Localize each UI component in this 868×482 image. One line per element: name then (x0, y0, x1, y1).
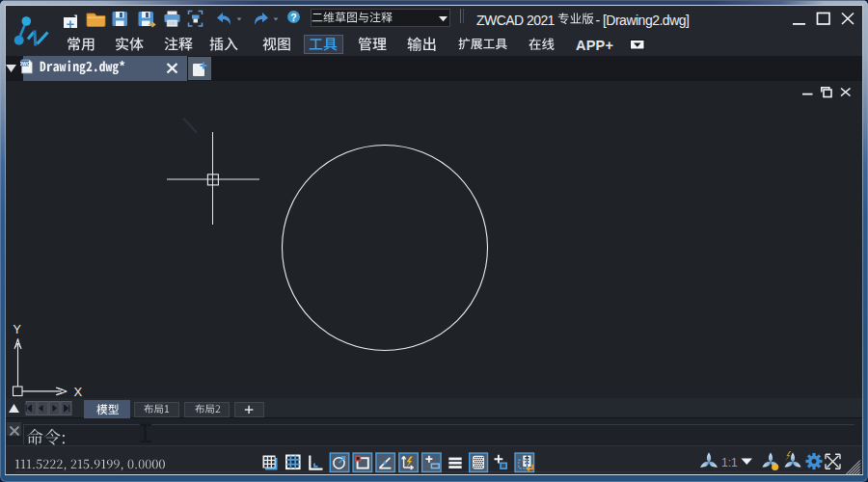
svg-text:?: ? (290, 12, 296, 23)
svg-text:DWG: DWG (20, 61, 31, 67)
svg-text:1:1: 1:1 (721, 456, 738, 469)
svg-text:X: X (74, 385, 83, 399)
svg-text:Y: Y (14, 323, 22, 336)
